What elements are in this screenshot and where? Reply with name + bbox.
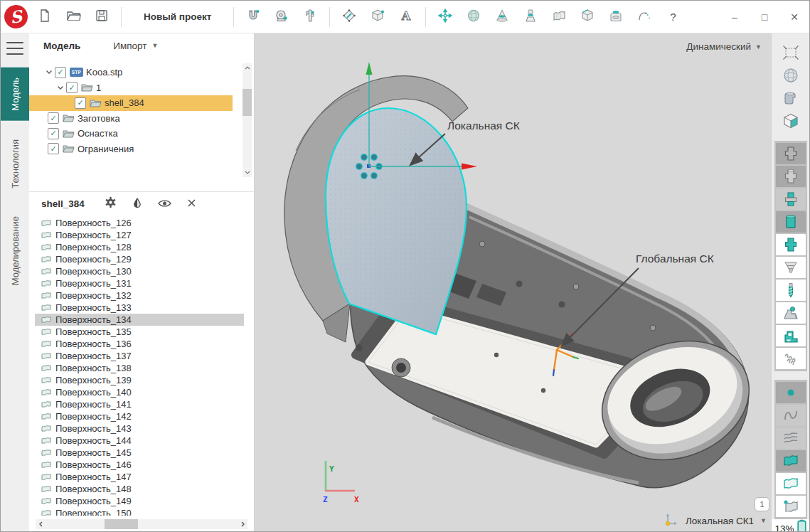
color-button[interactable]	[124, 197, 151, 211]
surface-item-Поверхность_150[interactable]: Поверхность_150	[35, 507, 244, 516]
surfaces-button[interactable]	[776, 427, 806, 449]
chevron-down-icon[interactable]	[43, 70, 55, 75]
toolpath-button[interactable]	[630, 4, 659, 31]
surface-item-Поверхность_148[interactable]: Поверхность_148	[35, 483, 244, 495]
surface-item-Поверхность_130[interactable]: Поверхность_130	[35, 265, 244, 277]
surface-item-Поверхность_131[interactable]: Поверхность_131	[35, 277, 244, 289]
tab-modeling[interactable]: Моделирование	[1, 206, 29, 295]
tree-scrollbar[interactable]	[243, 63, 252, 177]
surface-flag-button[interactable]	[776, 496, 806, 517]
pocket-button[interactable]	[602, 4, 630, 31]
tab-model[interactable]: Модель	[1, 68, 29, 121]
save-project-button[interactable]	[87, 4, 116, 31]
surface-hscrollbar[interactable]	[36, 519, 247, 529]
surface-item-Поверхность_138[interactable]: Поверхность_138	[35, 362, 244, 374]
checkbox[interactable]: ✓	[48, 112, 59, 124]
viewport-3d[interactable]: Динамический ▼	[255, 33, 771, 532]
minimize-button[interactable]: –	[720, 3, 750, 31]
surface-item-Поверхность_137[interactable]: Поверхность_137	[35, 350, 244, 362]
surface-filled-button[interactable]	[776, 450, 806, 472]
visibility-button[interactable]	[151, 198, 178, 211]
surface-item-Поверхность_127[interactable]: Поверхность_127	[35, 229, 244, 241]
surface-item-Поверхность_132[interactable]: Поверхность_132	[35, 289, 244, 302]
tree-item-Kooa.stp[interactable]: ✓STPKooa.stp	[29, 65, 233, 80]
fit-view-button[interactable]	[777, 42, 804, 63]
new-project-button[interactable]	[31, 4, 59, 31]
revolve-cone-button[interactable]	[488, 4, 516, 31]
surface-item-Поверхность_136[interactable]: Поверхность_136	[35, 338, 244, 350]
surface-item-Поверхность_133[interactable]: Поверхность_133	[35, 302, 244, 314]
surface-item-Поверхность_143[interactable]: Поверхность_143	[35, 422, 244, 435]
scroll-down-icon[interactable]	[243, 168, 252, 177]
maximize-button[interactable]: □	[750, 3, 779, 31]
tree-item-shell_384[interactable]: ✓shell_384	[29, 95, 233, 111]
surface-item-Поверхность_140[interactable]: Поверхность_140	[35, 386, 244, 398]
surface-item-Поверхность_149[interactable]: Поверхность_149	[35, 495, 244, 507]
solid-box-button[interactable]	[363, 4, 392, 31]
scrollbar-thumb[interactable]	[243, 89, 252, 116]
surface-item-Поверхность_144[interactable]: Поверхность_144	[35, 435, 244, 447]
stamp-button[interactable]	[516, 4, 545, 31]
move-button[interactable]	[431, 4, 459, 31]
point-button[interactable]	[776, 382, 806, 403]
help-button[interactable]: ?	[659, 4, 687, 31]
drill-tool-button[interactable]	[776, 280, 806, 301]
selected-shell-surface[interactable]	[326, 108, 467, 334]
surface-item-Поверхность_146[interactable]: Поверхность_146	[35, 459, 244, 471]
menu-button[interactable]	[6, 42, 23, 55]
surface-button[interactable]	[545, 4, 573, 31]
checkbox[interactable]: ✓	[55, 67, 66, 78]
workpiece-top-teal-button[interactable]	[776, 188, 806, 210]
caliper-button[interactable]	[296, 4, 324, 31]
settings-button[interactable]	[97, 196, 124, 211]
workpiece-flange-button[interactable]	[776, 234, 806, 255]
cs-selector[interactable]: Локальная СК1	[686, 516, 754, 526]
zoom-control[interactable]: 13%	[772, 519, 810, 532]
checkbox[interactable]: ✓	[48, 128, 59, 139]
surface-item-Поверхность_139[interactable]: Поверхность_139	[35, 374, 244, 386]
text-button[interactable]: A	[392, 4, 420, 31]
chevron-down-icon[interactable]: ▼	[760, 517, 767, 524]
machine-button[interactable]	[776, 325, 806, 346]
mesh-sphere-button[interactable]	[459, 4, 488, 31]
tab-technology[interactable]: Технология	[1, 129, 29, 198]
close-shell-button[interactable]	[178, 198, 205, 211]
isometric-view-button[interactable]	[777, 110, 804, 132]
surface-outline-button[interactable]	[776, 473, 806, 494]
view-mode-dropdown[interactable]: Динамический ▼	[686, 41, 762, 52]
curve-button[interactable]	[776, 405, 806, 426]
snap-button[interactable]	[239, 4, 267, 31]
checkbox[interactable]: ✓	[66, 82, 78, 93]
tree-item-Оснастка[interactable]: ✓Оснастка	[29, 126, 233, 142]
surface-item-Поверхность_134[interactable]: Поверхность_134	[35, 314, 244, 326]
close-button[interactable]: ✕	[779, 3, 809, 31]
stepped-cone-button[interactable]	[776, 257, 806, 278]
fixture-button[interactable]	[776, 302, 806, 324]
surface-item-Поверхность_145[interactable]: Поверхность_145	[35, 447, 244, 459]
checkbox[interactable]: ✓	[48, 143, 59, 154]
sketch-button[interactable]	[335, 4, 363, 31]
tree-item-Ограничения[interactable]: ✓Ограничения	[29, 142, 233, 157]
surface-item-Поверхность_142[interactable]: Поверхность_142	[35, 410, 244, 422]
workpiece-solid-button[interactable]	[776, 166, 806, 187]
surface-item-Поверхность_129[interactable]: Поверхность_129	[35, 253, 244, 265]
tree-item-Заготовка[interactable]: ✓Заготовка	[29, 111, 233, 127]
workpiece-outline-button[interactable]	[776, 143, 806, 164]
scroll-left-icon[interactable]	[36, 519, 46, 529]
workpiece-cylinder-button[interactable]	[776, 211, 806, 233]
surface-item-Поверхность_147[interactable]: Поверхность_147	[35, 471, 244, 483]
tree-item-1[interactable]: ✓1	[29, 80, 233, 96]
scrollbar-thumb[interactable]	[105, 519, 138, 529]
part-view-button[interactable]	[777, 87, 804, 109]
surface-item-Поверхность_141[interactable]: Поверхность_141	[35, 398, 244, 410]
import-dropdown[interactable]: Импорт ▼	[113, 41, 158, 51]
checkbox[interactable]: ✓	[75, 97, 86, 109]
scroll-right-icon[interactable]	[238, 519, 247, 529]
surface-item-Поверхность_135[interactable]: Поверхность_135	[35, 326, 244, 338]
toolpath-hatch-button[interactable]	[776, 348, 806, 369]
surface-item-Поверхность_128[interactable]: Поверхность_128	[35, 241, 244, 253]
surface-item-Поверхность_126[interactable]: Поверхность_126	[35, 217, 244, 229]
scroll-up-icon[interactable]	[243, 63, 252, 73]
block-button[interactable]	[573, 4, 602, 31]
shaded-view-button[interactable]	[777, 65, 804, 86]
